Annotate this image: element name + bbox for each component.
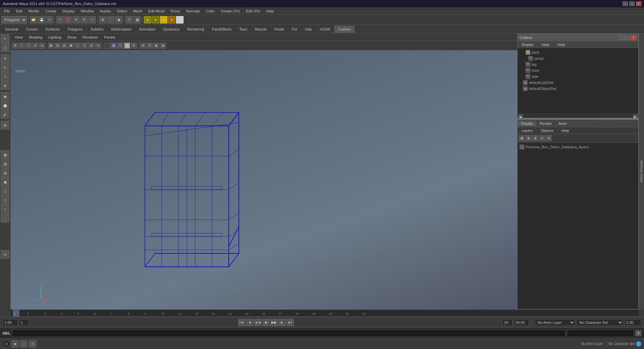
outliner-menu-help[interactable]: Help [539,42,552,47]
vp-tb-4[interactable]: ⊕ [32,43,38,49]
toolbar-lasso[interactable]: ⭕ [64,16,72,23]
outliner-item-persp[interactable]: 📷 persp [519,55,637,61]
tab-ncloth[interactable]: nCloth [316,26,334,33]
lt-select-tool[interactable]: ↖ [1,34,9,43]
menu-help[interactable]: Help [264,8,277,14]
outliner-maximize[interactable]: □ [625,35,630,40]
tab-fluids[interactable]: Fluids [271,26,288,33]
toolbar-light2[interactable]: ● [152,16,159,23]
minimize-button[interactable]: ─ [623,1,628,6]
outliner-scroll-left[interactable]: ◄ [518,114,523,118]
outliner-item-top[interactable]: 📷 top [519,61,637,67]
vp-tb-1[interactable]: ⊞ [12,43,18,49]
vp-tb-cam4[interactable]: ◉ [160,43,166,49]
outliner-scroll-track[interactable] [524,115,632,117]
toolbar-select[interactable]: ↖ [56,16,64,23]
toolbar-undo[interactable]: ↩ [46,16,53,23]
outliner-scrollbar-h[interactable]: ◄ ► [518,114,638,118]
bs-close[interactable]: ✕ [29,340,36,348]
vp-tb-cam1[interactable]: ⊞ [140,43,146,49]
lt-layer8[interactable]: ▫ [1,214,9,222]
cb-icon2[interactable]: ▥ [526,135,532,141]
vp-tb-view6[interactable]: ◫ [82,43,88,49]
shelf-dropdown[interactable]: Polygons [1,16,27,23]
menu-create[interactable]: Create [43,8,59,14]
menu-modify[interactable]: Modify [26,8,42,14]
vm-show[interactable]: Show [65,35,79,40]
lt-paint[interactable]: 🖌 [1,110,9,119]
outliner-item-objset[interactable]: ◉ defaultObjectSet [519,86,637,92]
maximize-button[interactable]: □ [629,1,635,6]
menu-display[interactable]: Display [60,8,77,14]
toolbar-light4[interactable]: ● [168,16,175,23]
vp-tb-view4[interactable]: ▣ [68,43,74,49]
pb-end-field[interactable] [514,319,529,326]
tab-polygons[interactable]: Polygons [64,26,86,33]
lt-layer7[interactable]: ▪ [1,205,9,213]
time-ruler-container[interactable]: 1 2 3 4 5 6 7 8 9 10 11 12 13 14 15 16 1… [12,310,637,316]
vm-renderer[interactable]: Renderer [80,35,101,40]
menu-file[interactable]: File [1,8,13,14]
lt-layer[interactable]: ▦ [1,150,9,159]
toolbar-light1[interactable]: ● [144,16,151,23]
pb-play-fwd[interactable]: ▶▶ [270,319,278,326]
vm-shading[interactable]: Shading [26,35,45,40]
lt-sculpt[interactable]: ⬤ [1,101,9,110]
pb-play-back[interactable]: ◄◄ [254,319,262,326]
cmd-expand[interactable]: ⊕ [635,330,641,336]
pb-go-start[interactable]: |◄ [238,319,246,326]
lt-soft-mod[interactable]: ◉ [1,92,9,101]
lt-universal[interactable]: ⊕ [1,81,9,90]
vm-view[interactable]: View [12,35,25,40]
menu-edit-mesh[interactable]: Edit Mesh [146,8,167,14]
vp-tb-cam3[interactable]: ▦ [153,43,159,49]
toolbar-rotate[interactable]: ↻ [80,16,88,23]
outliner-item-lightset[interactable]: ◉ defaultLightSet [519,80,637,86]
pb-start-inner[interactable] [19,319,29,326]
outliner-close[interactable]: ✕ [631,35,636,40]
cb-icon4[interactable]: ⊕ [539,135,545,141]
bs-minimize[interactable]: ─ [20,340,28,348]
cb-tab-display[interactable]: Display [518,121,536,126]
vp-tb-wire3[interactable]: ◫ [117,43,123,49]
toolbar-snap-point[interactable]: ◉ [115,16,122,23]
menu-edit[interactable]: Edit [13,8,25,14]
pb-start-field[interactable] [3,319,18,326]
toolbar-light5[interactable]: ● [176,16,183,23]
tab-subdivs[interactable]: Subdivs [87,26,107,33]
lt-capture[interactable]: ⊙ [1,250,9,259]
vp-tb-wire1[interactable]: □ [104,43,110,49]
menu-edit-uvs[interactable]: Edit UVs [243,8,263,14]
tab-general[interactable]: General [1,26,22,33]
toolbar-light3[interactable]: ● [160,16,167,23]
lt-layer3[interactable]: ▤ [1,168,9,177]
cb-menu-layers[interactable]: Layers [519,128,535,133]
pb-current-frame[interactable] [625,319,641,326]
pb-step-back[interactable]: ◄ [246,319,254,326]
outliner-content[interactable]: ▼ pack 📷 persp 📷 top 📷 front 📷 [518,48,638,114]
lt-layer6[interactable]: □ [1,196,9,204]
toolbar-snap-curve[interactable]: ⌒ [107,16,114,23]
tab-fur[interactable]: Fur [288,26,301,33]
lt-layer5[interactable]: ▢ [1,187,9,195]
menu-mesh[interactable]: Mesh [130,8,145,14]
tab-custom[interactable]: Custom [334,26,355,33]
attribute-editor-tab[interactable]: Attribute Editor [639,34,644,309]
lt-move[interactable]: ✛ [1,54,9,63]
pb-end-inner[interactable] [502,319,513,326]
layer-row-1[interactable]: V Perfume_Box_Dolce_Gabbana_layer1 [519,144,637,150]
cb-tab-render[interactable]: Render [536,121,555,126]
cb-menu-help[interactable]: Help [559,128,572,133]
toolbar-move[interactable]: ✛ [72,16,80,23]
toolbar-render-region[interactable]: ▦ [133,16,141,23]
lt-layer2[interactable]: ▥ [1,159,9,168]
cb-icon3[interactable]: ◉ [532,135,538,141]
vp-tb-view2[interactable]: ▥ [55,43,61,49]
vm-lighting[interactable]: Lighting [46,35,64,40]
tab-rendering[interactable]: Rendering [183,26,208,33]
cb-icon5[interactable]: ⊞ [546,135,552,141]
vp-tb-light2[interactable]: ⚙ [131,43,137,49]
pb-char-set[interactable]: No Character Set [576,319,623,326]
lt-layer4[interactable]: ▣ [1,178,9,186]
menu-select[interactable]: Select [114,8,130,14]
